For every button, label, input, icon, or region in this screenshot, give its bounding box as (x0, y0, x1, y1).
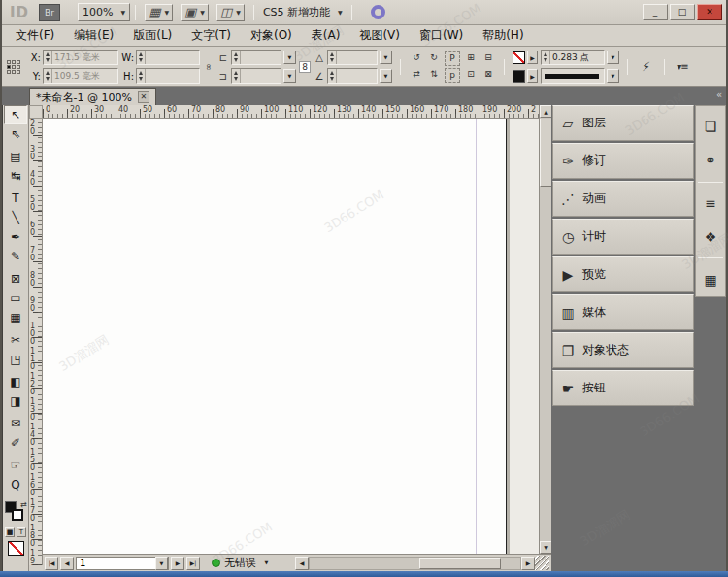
scale-y-dropdown[interactable] (283, 69, 296, 83)
gap-tool[interactable]: ↹ (4, 166, 27, 186)
previous-page-button[interactable]: ◀ (60, 557, 74, 570)
track-changes-panel[interactable]: ✑修订 (552, 143, 694, 179)
page-tool[interactable]: ▤ (4, 147, 27, 166)
horizontal-ruler[interactable]: 0203040506070809010011012013014015016017… (43, 105, 551, 119)
menu-help[interactable]: 帮助(H) (473, 25, 533, 46)
animation-panel[interactable]: ⋰动画 (552, 181, 694, 217)
vertical-scrollbar[interactable]: ▲ ▼ (539, 105, 551, 554)
layers-panel[interactable]: ▱图层 (552, 105, 694, 141)
pencil-tool[interactable]: ✎ (4, 247, 27, 266)
page-number-dropdown[interactable] (155, 557, 168, 570)
flip-horizontal-button[interactable]: ⇄ (409, 68, 424, 83)
last-page-button[interactable]: ▶| (186, 557, 200, 570)
buttons-panel[interactable]: ☛按钮 (552, 370, 694, 406)
horizontal-scrollbar[interactable]: ◀ ▶ (295, 557, 549, 570)
bridge-button[interactable]: Br (39, 4, 60, 21)
hand-tool[interactable]: ☞ (4, 456, 27, 475)
document-canvas[interactable] (43, 119, 539, 554)
gradient-swatch-tool[interactable]: ◧ (4, 372, 27, 391)
menu-type[interactable]: 文字(T) (182, 25, 241, 46)
collapse-dock-icon[interactable]: « (716, 89, 722, 100)
height-spinner[interactable] (137, 69, 146, 83)
first-page-button[interactable]: |◀ (45, 557, 58, 570)
links-panel-icon[interactable]: ⚭ (697, 144, 724, 178)
document-tab[interactable]: *未命名-1 @ 100% ✕ (29, 88, 156, 105)
stroke-weight-field[interactable]: 0.283 点 (541, 50, 605, 65)
rotate-90-ccw-button[interactable]: ↺ (409, 51, 424, 66)
stroke-type-dropdown[interactable] (607, 69, 619, 83)
width-spinner[interactable] (137, 51, 146, 64)
rotation-angle-field[interactable] (327, 50, 378, 65)
type-tool[interactable]: T (4, 188, 27, 208)
color-panel-icon[interactable]: ❖ (697, 220, 724, 254)
preflight-menu-button[interactable] (260, 557, 273, 570)
stroke-color-arrow[interactable]: ▶ (527, 51, 538, 64)
view-options-button[interactable]: ▦ (145, 4, 173, 21)
eyedropper-tool[interactable]: ✐ (4, 433, 27, 453)
shear-angle-field[interactable] (327, 68, 378, 84)
fit-content-to-frame-button[interactable]: ⊞ (463, 51, 479, 66)
pen-tool[interactable]: ✒ (4, 227, 27, 247)
menu-table[interactable]: 表(A) (302, 25, 350, 46)
zoom-level-select[interactable]: 100% (78, 3, 130, 21)
note-tool[interactable]: ✉ (4, 414, 27, 433)
object-states-panel[interactable]: ❐对象状态 (552, 332, 694, 368)
scale-x-field[interactable] (231, 50, 281, 65)
menu-edit[interactable]: 编辑(E) (64, 25, 123, 46)
ruler-origin-corner[interactable] (29, 105, 43, 119)
width-field[interactable] (136, 50, 200, 65)
swatches-panel-icon[interactable]: ▦ (697, 262, 724, 296)
rotate-90-cw-button[interactable]: ↻ (426, 51, 442, 66)
scroll-left-button[interactable]: ◀ (295, 557, 309, 570)
stroke-panel-icon[interactable]: ≡ (697, 187, 724, 221)
scissors-tool[interactable]: ✂ (4, 330, 27, 350)
stroke-color-proxy[interactable] (513, 51, 525, 64)
menu-object[interactable]: 对象(O) (241, 25, 302, 46)
select-content-button[interactable]: p (445, 68, 460, 83)
height-field[interactable] (136, 68, 200, 84)
x-spinner[interactable] (44, 51, 52, 64)
fit-frame-to-content-button[interactable]: ⊟ (480, 51, 496, 66)
select-container-button[interactable]: P (445, 51, 460, 66)
rectangle-frame-tool[interactable]: ⊠ (4, 269, 27, 288)
y-spinner[interactable] (44, 69, 52, 83)
next-page-button[interactable]: ▶ (171, 557, 184, 570)
reference-point-selector[interactable] (7, 60, 20, 74)
maximize-button[interactable]: □ (670, 4, 695, 20)
preview-panel[interactable]: ▶预览 (552, 256, 694, 292)
menu-layout[interactable]: 版面(L) (123, 25, 182, 46)
stroke-type-field[interactable] (541, 68, 605, 84)
minimize-button[interactable]: _ (643, 4, 668, 20)
selection-tool[interactable]: ↖ (4, 105, 27, 124)
constrain-dimensions-icon[interactable]: ∞ (204, 61, 214, 73)
x-position-field[interactable]: 171.5 毫米 (43, 50, 118, 65)
table-frame-tool[interactable]: ▦ (4, 308, 27, 327)
menu-view[interactable]: 视图(V) (349, 25, 410, 46)
fill-color-arrow[interactable]: ▶ (527, 69, 538, 83)
scale-y-field[interactable] (231, 68, 281, 84)
stroke-color-swatch[interactable] (12, 509, 23, 521)
screen-mode-button[interactable]: ▣ (181, 4, 209, 21)
horizontal-scroll-track[interactable] (309, 557, 521, 570)
y-position-field[interactable]: 109.5 毫米 (43, 68, 118, 84)
direct-selection-tool[interactable]: ⇖ (4, 124, 27, 144)
resize-grip[interactable] (535, 556, 549, 570)
stroke-weight-dropdown[interactable] (607, 51, 619, 64)
menu-window[interactable]: 窗口(W) (410, 25, 473, 46)
center-content-button[interactable]: ⊡ (463, 68, 479, 83)
swap-fill-stroke-icon[interactable]: ⇄ (20, 500, 27, 509)
zoom-tool[interactable]: Q (4, 475, 27, 494)
vertical-ruler[interactable]: 2030405060708090100110120130140150160170… (29, 119, 43, 565)
line-tool[interactable]: ╲ (4, 208, 27, 227)
formatting-affects-text-button[interactable]: T (17, 527, 26, 537)
fill-color-proxy[interactable] (513, 70, 525, 83)
scroll-right-button[interactable]: ▶ (521, 557, 535, 570)
horizontal-scroll-thumb[interactable] (419, 558, 501, 569)
stroke-weight-spinner[interactable] (542, 51, 550, 64)
quick-apply-button[interactable]: ⚡ (636, 59, 656, 74)
apply-none-button[interactable] (8, 541, 24, 556)
rectangle-tool[interactable]: ▭ (4, 288, 27, 308)
cs-live-icon[interactable] (371, 5, 385, 19)
rotation-angle-dropdown[interactable] (380, 51, 392, 64)
arrange-documents-button[interactable]: ◫ (216, 4, 245, 21)
